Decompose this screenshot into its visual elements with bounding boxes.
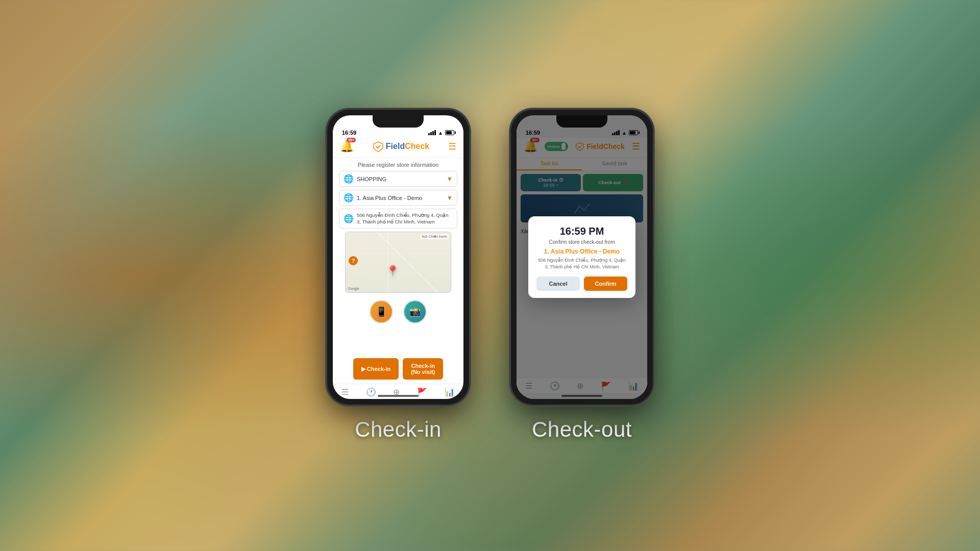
checkin-section: 16:59 ▲ — [327, 109, 470, 442]
home-indicator — [378, 395, 419, 397]
action-icons: 📱 📸 — [339, 296, 457, 328]
logo-check: Check — [405, 142, 429, 151]
register-text: Please register store information — [333, 158, 463, 171]
checkin-label: Check-in — [355, 417, 442, 442]
store-value: 1. Asia Plus Office - Demo — [357, 195, 444, 201]
cancel-button[interactable]: Cancel — [536, 277, 580, 291]
checkin-novisit-button[interactable]: Check-in(No visit) — [403, 358, 443, 380]
nav-list[interactable]: ☰ — [341, 387, 349, 397]
checkout-screen: 16:59 ▲ — [517, 115, 647, 399]
checkin-screen: 16:59 ▲ — [333, 115, 463, 399]
google-label: Google — [348, 287, 359, 290]
address-row: 🌐 506 Nguyễn Đình Chiểu, Phường 4, Quận … — [339, 209, 457, 229]
camera-button[interactable]: 📸 — [403, 300, 427, 323]
selfie-button[interactable]: 📱 — [370, 300, 393, 323]
store-row[interactable]: 🌐 1. Asia Plus Office - Demo ▼ — [339, 190, 457, 206]
notification-bell[interactable]: 🔔 99+ — [340, 140, 354, 153]
map-inner: tich Chiến tranh ? 📍 Google — [346, 232, 451, 292]
app-header: 🔔 99+ FieldCheck ☰ — [333, 138, 463, 158]
logo-text: FieldCheck — [386, 142, 429, 151]
checkin-buttons: ▶ Check-in Check-in(No visit) — [333, 356, 463, 384]
checkout-label: Check-out — [532, 417, 632, 442]
nav-chart[interactable]: 📊 — [445, 387, 455, 397]
map-container: tich Chiến tranh ? 📍 Google — [345, 232, 451, 293]
map-pin-icon: 📍 — [386, 265, 399, 277]
camera-icon: 📸 — [404, 301, 426, 322]
content-wrapper: 16:59 ▲ — [0, 0, 980, 551]
map-label: tich Chiến tranh — [421, 234, 449, 239]
logo-field: Field — [386, 142, 405, 151]
battery-icon — [445, 130, 454, 135]
address-value: 506 Nguyễn Đình Chiểu, Phường 4, Quận 3,… — [357, 212, 453, 226]
notification-count: 99+ — [347, 138, 356, 142]
checkout-section: 16:59 ▲ — [510, 109, 653, 442]
dropdown-arrow-icon: ▼ — [447, 176, 453, 183]
signal-icon — [428, 130, 436, 135]
selfie-icon: 📱 — [371, 301, 392, 322]
map-question-icon: ? — [349, 256, 358, 265]
phone-notch — [373, 115, 424, 128]
wifi-icon: ▲ — [438, 130, 443, 136]
category-row[interactable]: 🌐 SHOPPING ▼ — [339, 171, 457, 187]
nav-flag[interactable]: 🚩 — [417, 387, 427, 397]
status-time: 16:59 — [342, 130, 356, 136]
status-icons: ▲ — [428, 130, 454, 136]
modal-buttons: Cancel Confirm — [536, 277, 627, 291]
modal-time: 16:59 PM — [536, 226, 627, 237]
nav-clock[interactable]: 🕐 — [366, 387, 376, 397]
checkout-phone: 16:59 ▲ — [510, 109, 653, 405]
store-globe-icon: 🌐 — [344, 193, 354, 203]
app-logo: FieldCheck — [373, 141, 429, 152]
modal-store-name: 1. Asia Plus Office - Demo — [536, 248, 627, 255]
checkin-phone: 16:59 ▲ — [327, 109, 470, 405]
modal-address: 506 Nguyễn Đình Chiểu, Phường 4, Quận 3,… — [536, 257, 627, 270]
address-globe-icon: 🌐 — [344, 214, 354, 223]
checkin-button[interactable]: ▶ Check-in — [353, 358, 399, 380]
store-dropdown-arrow-icon: ▼ — [447, 194, 453, 202]
hamburger-icon[interactable]: ☰ — [448, 141, 456, 152]
globe-icon: 🌐 — [344, 174, 354, 184]
category-value: SHOPPING — [357, 176, 444, 182]
modal-box: 16:59 PM Confirm store check-out from 1.… — [528, 216, 635, 297]
logo-shield-icon — [373, 141, 384, 152]
modal-overlay: 16:59 PM Confirm store check-out from 1.… — [517, 115, 647, 399]
modal-subtitle: Confirm store check-out from — [536, 239, 627, 245]
confirm-button[interactable]: Confirm — [584, 277, 627, 291]
form-section: 🌐 SHOPPING ▼ 🌐 1. Asia Plus Office - Dem… — [333, 171, 463, 356]
